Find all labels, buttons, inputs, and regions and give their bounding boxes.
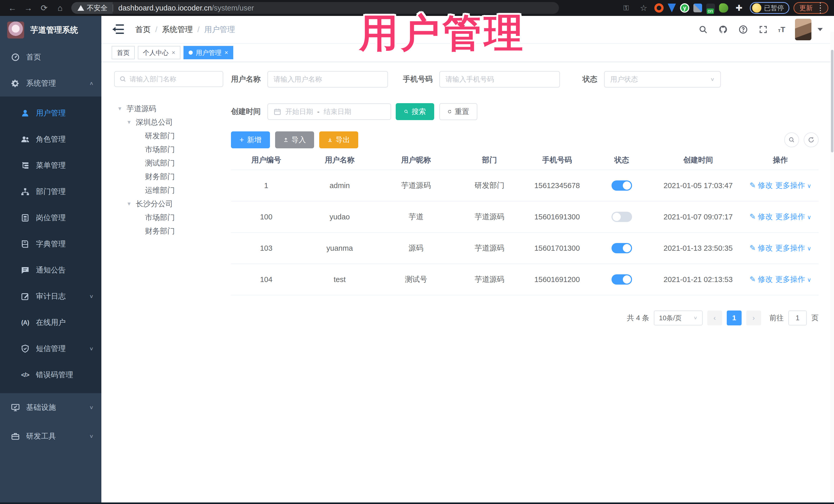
caret-expanded-icon[interactable]: ▼	[127, 201, 132, 207]
add-button[interactable]: + 新增	[231, 131, 270, 148]
tree-node-dept[interactable]: 运维部门	[114, 183, 223, 197]
tree-node-dept[interactable]: 财务部门	[114, 170, 223, 183]
more-actions-link[interactable]: 更多操作 ∨	[775, 180, 811, 191]
extension-drop-icon[interactable]	[668, 4, 676, 12]
extension-ubuntu-icon[interactable]	[654, 3, 664, 13]
tree-node-root[interactable]: ▼芋道源码	[114, 102, 223, 115]
refresh-table-button[interactable]	[804, 132, 819, 147]
browser-menu-icon[interactable]: ⋮⋮⋮	[817, 4, 824, 12]
extension-leaf-icon[interactable]	[719, 3, 728, 13]
search-button[interactable]: 搜索	[396, 103, 434, 120]
scrollbar-thumb[interactable]	[831, 50, 833, 152]
caret-expanded-icon[interactable]: ▼	[127, 119, 132, 125]
tab-profile[interactable]: 个人中心×	[138, 46, 180, 59]
tab-user-management[interactable]: 用户管理×	[183, 46, 233, 59]
export-button[interactable]: 导出	[319, 131, 358, 148]
status-toggle[interactable]	[612, 180, 632, 191]
sidebar-item-user-management[interactable]: 用户管理	[0, 100, 101, 126]
tree-node-dept[interactable]: 市场部门	[114, 211, 223, 224]
mobile-input[interactable]	[445, 75, 554, 83]
table-row: 100 yudao 芋道 芋道源码 15601691300 2021-01-07…	[231, 201, 819, 233]
help-icon[interactable]	[738, 24, 748, 35]
back-icon[interactable]: ←	[6, 1, 19, 15]
close-icon[interactable]: ×	[172, 49, 175, 56]
close-icon[interactable]: ×	[224, 49, 228, 56]
search-icon[interactable]	[698, 24, 708, 35]
dept-search-input[interactable]	[130, 75, 218, 83]
edit-link[interactable]: ✎ 修改	[750, 274, 773, 285]
password-key-icon[interactable]: ⚿	[619, 1, 633, 15]
next-page-button[interactable]: ›	[746, 310, 761, 325]
extensions-puzzle-icon[interactable]: ✚	[732, 1, 746, 15]
extension-on-icon[interactable]: on	[706, 4, 715, 12]
sidebar-item-home[interactable]: 首页	[0, 44, 101, 70]
date-range-picker[interactable]: 开始日期 - 结束日期	[267, 104, 391, 120]
goto-page-input[interactable]	[788, 310, 807, 325]
security-chip[interactable]: 不安全	[71, 2, 113, 14]
tree-node-dept[interactable]: 研发部门	[114, 129, 223, 143]
sidebar-item-online-users[interactable]: (A) 在线用户	[0, 309, 101, 336]
status-toggle[interactable]	[612, 212, 632, 222]
caret-expanded-icon[interactable]: ▼	[117, 106, 123, 112]
tree-node-dept[interactable]: 市场部门	[114, 143, 223, 156]
more-label: 更多操作	[775, 244, 805, 252]
tree-node-dept[interactable]: 财务部门	[114, 224, 223, 238]
sidebar-item-error-code[interactable]: </> 错误码管理	[0, 362, 101, 388]
extension-y-icon[interactable]: y	[680, 3, 689, 13]
home-icon[interactable]: ⌂	[53, 1, 67, 15]
status-toggle[interactable]	[612, 243, 632, 253]
edit-link[interactable]: ✎ 修改	[750, 212, 773, 222]
more-actions-link[interactable]: 更多操作 ∨	[775, 274, 811, 285]
url-text[interactable]: dashboard.yudao.iocoder.cn/system/user	[115, 4, 254, 12]
avatar-caret-icon[interactable]	[817, 28, 823, 31]
sidebar-item-dept-management[interactable]: 部门管理	[0, 179, 101, 205]
sidebar-item-infrastructure[interactable]: 基础设施 ∨	[0, 393, 101, 422]
app-logo-row[interactable]: 芋道管理系统	[0, 16, 101, 44]
page-size-select[interactable]: 10条/页 ∨	[654, 310, 703, 325]
chrome-update-button[interactable]: 更新 ⋮⋮⋮	[793, 2, 828, 14]
profile-chip[interactable]: 已暂停	[750, 2, 789, 14]
mobile-field[interactable]	[439, 71, 560, 88]
status-toggle[interactable]	[612, 274, 632, 285]
sidebar-item-sms[interactable]: 短信管理 ∨	[0, 336, 101, 362]
current-page-button[interactable]: 1	[727, 310, 742, 325]
toggle-search-button[interactable]	[784, 132, 799, 147]
breadcrumb-system[interactable]: 系统管理	[162, 24, 193, 35]
edit-link[interactable]: ✎ 修改	[750, 180, 773, 191]
more-actions-link[interactable]: 更多操作 ∨	[775, 243, 811, 253]
font-size-icon[interactable]: тT	[778, 25, 785, 34]
more-actions-link[interactable]: 更多操作 ∨	[775, 212, 811, 222]
col-header: 部门	[454, 155, 525, 165]
reset-button[interactable]: 重置	[439, 103, 477, 120]
username-field[interactable]	[267, 71, 388, 88]
security-label: 不安全	[87, 3, 108, 13]
sidebar-item-role-management[interactable]: 角色管理	[0, 126, 101, 152]
sidebar-item-notice[interactable]: 通知公告	[0, 257, 101, 283]
tab-home[interactable]: 首页	[112, 46, 135, 59]
reload-icon[interactable]: ⟳	[38, 1, 51, 15]
prev-page-button[interactable]: ‹	[707, 310, 722, 325]
edit-link[interactable]: ✎ 修改	[750, 243, 773, 253]
username-input[interactable]	[273, 75, 382, 83]
sidebar-item-dict-management[interactable]: 字典管理	[0, 231, 101, 257]
forward-icon[interactable]: →	[22, 1, 35, 15]
user-avatar[interactable]	[795, 19, 811, 40]
sidebar-item-dev-tools[interactable]: 研发工具 ∨	[0, 422, 101, 451]
tree-node-dept[interactable]: 测试部门	[114, 156, 223, 170]
fullscreen-icon[interactable]	[758, 24, 768, 35]
breadcrumb-home[interactable]: 首页	[135, 24, 151, 35]
status-select[interactable]: 用户状态 ∨	[604, 71, 721, 88]
sidebar-item-audit-log[interactable]: 审计日志 ∨	[0, 283, 101, 309]
dept-search-box[interactable]	[114, 71, 223, 87]
bookmark-star-icon[interactable]: ☆	[637, 1, 650, 15]
sidebar-item-system[interactable]: 系统管理 ∧	[0, 70, 101, 96]
github-icon[interactable]	[718, 24, 728, 35]
sidebar-item-post-management[interactable]: 岗位管理	[0, 205, 101, 231]
extension-grid-icon[interactable]	[694, 4, 702, 12]
tree-node-company[interactable]: ▼长沙分公司	[114, 197, 223, 211]
tree-node-company[interactable]: ▼深圳总公司	[114, 115, 223, 129]
sidebar-item-menu-management[interactable]: 菜单管理	[0, 152, 101, 179]
sidebar-fold-icon[interactable]	[113, 24, 124, 35]
import-button[interactable]: 导入	[275, 131, 314, 148]
page-scrollbar[interactable]	[830, 32, 834, 504]
